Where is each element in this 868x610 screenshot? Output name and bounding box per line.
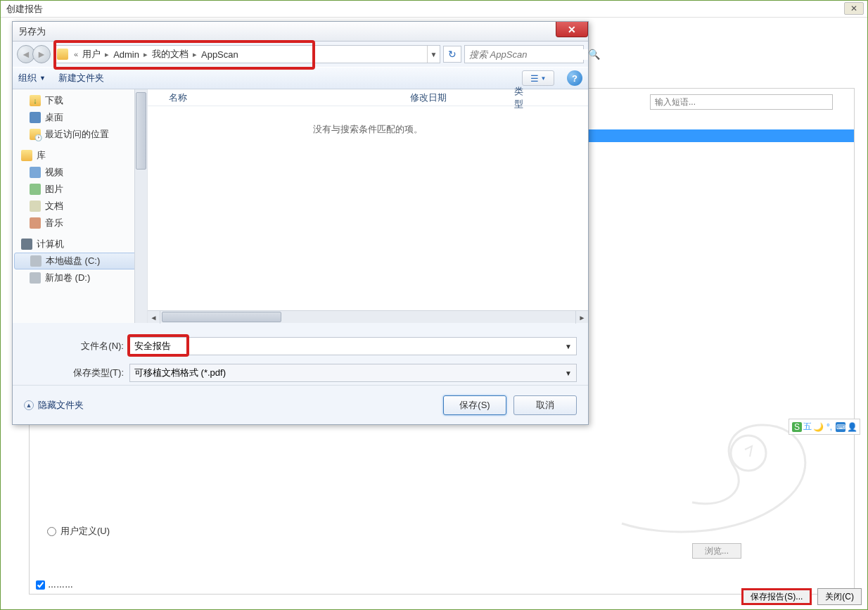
- parent-window-controls: ✕: [844, 2, 864, 15]
- column-header-name[interactable]: 名称: [169, 91, 410, 104]
- user-defined-option[interactable]: 用户定义(U): [47, 525, 110, 538]
- dialog-titlebar[interactable]: 另存为 ✕: [13, 22, 588, 42]
- chevron-down-icon[interactable]: ▼: [565, 369, 572, 377]
- punct-icon: °,: [824, 422, 834, 432]
- search-icon[interactable]: 🔍: [588, 49, 600, 60]
- chevron-down-icon[interactable]: ▼: [565, 343, 572, 350]
- breadcrumb-bar[interactable]: « 用户 ▸ Admin ▸ 我的文档 ▸ AppScan ▼: [53, 45, 440, 63]
- phrase-search-input[interactable]: [650, 94, 833, 110]
- tree-item-documents[interactable]: 文档: [13, 198, 147, 215]
- horizontal-scrollbar[interactable]: ◄ ►: [148, 310, 588, 323]
- filetype-row: 保存类型(T): 可移植文档格式 (*.pdf) ▼: [13, 360, 588, 386]
- list-view-icon: ☰: [530, 73, 539, 84]
- filetype-select[interactable]: 可移植文档格式 (*.pdf) ▼: [129, 364, 577, 382]
- chevron-right-icon: ▸: [190, 50, 200, 59]
- close-icon[interactable]: ✕: [844, 2, 864, 15]
- save-report-button[interactable]: 保存报告(S)...: [741, 588, 812, 605]
- cancel-button[interactable]: 取消: [513, 395, 577, 415]
- download-icon: [30, 95, 41, 106]
- keyboard-icon: ⌨: [836, 422, 845, 432]
- toolbar-row: 组织 ▼ 新建文件夹 ☰ ▼ ?: [13, 67, 588, 89]
- moon-icon: 🌙: [813, 422, 823, 432]
- breadcrumb-item[interactable]: 用户: [81, 48, 102, 61]
- scrollbar-thumb[interactable]: [162, 312, 281, 322]
- nav-forward-button[interactable]: ►: [32, 45, 51, 63]
- dialog-close-button[interactable]: ✕: [556, 22, 588, 37]
- chevron-right-icon: ▸: [141, 50, 151, 59]
- recent-icon: [30, 129, 41, 140]
- tree-item-pictures[interactable]: 图片: [13, 181, 147, 198]
- empty-list-message: 没有与搜索条件匹配的项。: [148, 123, 588, 136]
- scrollbar-thumb[interactable]: [136, 92, 146, 170]
- breadcrumb-dropdown[interactable]: ▼: [427, 46, 440, 63]
- chevron-down-icon: ▼: [541, 75, 547, 82]
- refresh-button[interactable]: ↻: [443, 46, 461, 63]
- search-input[interactable]: [469, 49, 588, 60]
- filename-value: 安全报告: [134, 340, 171, 352]
- filename-label: 文件名(N):: [24, 340, 129, 352]
- organize-label: 组织: [18, 72, 37, 84]
- user-icon: 👤: [847, 422, 857, 432]
- disk-icon: [30, 272, 41, 284]
- filetype-value: 可移植文档格式 (*.pdf): [134, 367, 226, 379]
- close-button[interactable]: 关闭(C): [817, 588, 862, 605]
- dialog-title: 另存为: [18, 25, 46, 38]
- tree-item-disk-c[interactable]: 本地磁盘 (C:): [14, 253, 146, 269]
- view-mode-button[interactable]: ☰ ▼: [522, 70, 554, 86]
- user-defined-radio[interactable]: [47, 527, 56, 536]
- column-headers: 名称 修改日期 类型: [148, 89, 588, 106]
- hide-folders-toggle[interactable]: ▲ 隐藏文件夹: [24, 399, 84, 412]
- filetype-label: 保存类型(T):: [24, 367, 129, 379]
- chevron-right-icon: ▸: [102, 50, 112, 59]
- new-folder-label: 新建文件夹: [58, 72, 104, 84]
- breadcrumb-item[interactable]: AppScan: [200, 49, 240, 60]
- watermark-image: [608, 411, 819, 538]
- help-button[interactable]: ?: [567, 70, 582, 86]
- file-list-panel[interactable]: 名称 修改日期 类型 没有与搜索条件匹配的项。 ◄ ►: [148, 89, 588, 323]
- svg-point-0: [731, 436, 766, 471]
- ime-toolbar[interactable]: S 五 🌙 °, ⌨ 👤: [789, 419, 860, 435]
- chevron-left-icon: «: [71, 50, 81, 58]
- column-header-type[interactable]: 类型: [514, 85, 588, 110]
- tree-item-computer[interactable]: 计算机: [13, 236, 147, 253]
- organize-menu[interactable]: 组织 ▼: [18, 72, 46, 84]
- filename-row: 文件名(N): 安全报告 ▼: [13, 333, 588, 360]
- search-box[interactable]: 🔍: [464, 45, 584, 63]
- bottom-checkbox-row[interactable]: ………: [36, 580, 73, 590]
- ime-mode-label: 五: [803, 421, 812, 433]
- breadcrumb-item[interactable]: Admin: [112, 49, 141, 60]
- tree-item-disk-d[interactable]: 新加卷 (D:): [13, 269, 147, 286]
- tree-item-videos[interactable]: 视频: [13, 164, 147, 181]
- computer-icon: [21, 239, 32, 250]
- tree-item-recent[interactable]: 最近访问的位置: [13, 126, 147, 143]
- folder-icon: [57, 49, 68, 60]
- scroll-right-icon[interactable]: ►: [575, 311, 588, 324]
- tree-scrollbar[interactable]: [134, 89, 147, 323]
- scroll-left-icon[interactable]: ◄: [148, 311, 160, 324]
- bottom-checkbox-label: ………: [48, 580, 73, 590]
- column-header-date[interactable]: 修改日期: [410, 91, 514, 104]
- save-as-dialog: 另存为 ✕ ◄ ► « 用户 ▸ Admin ▸ 我的文档 ▸ AppScan …: [12, 21, 589, 425]
- folder-tree-panel[interactable]: 下载 桌面 最近访问的位置 库 视频 图片 文档 音乐 计算机 本地磁盘 (C:…: [13, 89, 148, 323]
- breadcrumb-item[interactable]: 我的文档: [151, 48, 190, 61]
- navigation-row: ◄ ► « 用户 ▸ Admin ▸ 我的文档 ▸ AppScan ▼ ↻ 🔍: [13, 42, 588, 67]
- browse-button[interactable]: 浏览...: [692, 543, 741, 559]
- video-icon: [30, 167, 41, 178]
- parent-title: 创建报告: [6, 3, 43, 15]
- save-button[interactable]: 保存(S): [443, 395, 506, 415]
- hide-folders-label: 隐藏文件夹: [38, 399, 84, 412]
- filename-input[interactable]: 安全报告 ▼: [129, 337, 577, 355]
- parent-titlebar: 创建报告: [1, 1, 867, 18]
- tree-item-downloads[interactable]: 下载: [13, 92, 147, 109]
- music-icon: [30, 217, 41, 229]
- chevron-down-icon: ▼: [39, 75, 46, 82]
- user-defined-label: 用户定义(U): [60, 525, 110, 538]
- expand-up-icon: ▲: [24, 400, 34, 410]
- tree-item-desktop[interactable]: 桌面: [13, 109, 147, 126]
- disk-icon: [30, 255, 42, 267]
- new-folder-button[interactable]: 新建文件夹: [58, 72, 104, 84]
- tree-item-libraries[interactable]: 库: [13, 147, 147, 164]
- bottom-checkbox[interactable]: [36, 580, 45, 590]
- library-icon: [21, 150, 32, 161]
- tree-item-music[interactable]: 音乐: [13, 215, 147, 231]
